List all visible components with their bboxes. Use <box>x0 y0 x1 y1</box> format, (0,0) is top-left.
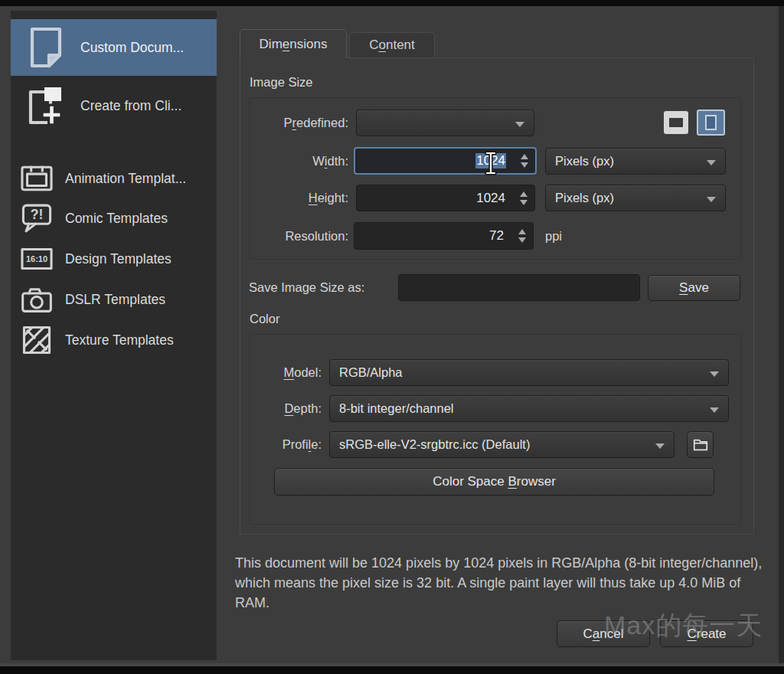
sidebar-item-dslr-templates[interactable]: DSLR Templates <box>11 282 217 317</box>
dslr-templates-icon <box>20 283 54 316</box>
resolution-unit-label: ppi <box>545 222 562 250</box>
screenshot-root: Custom Docum... Create from Cli... Anima… <box>0 0 784 674</box>
width-value: 1024 <box>475 153 506 168</box>
cancel-button[interactable]: Cancel <box>557 620 650 647</box>
svg-text:16:10: 16:10 <box>26 254 47 263</box>
landscape-orientation-button[interactable] <box>664 111 688 134</box>
tab-content[interactable]: Content <box>349 32 435 57</box>
profile-folder-button[interactable] <box>687 431 714 458</box>
folder-icon <box>692 437 709 452</box>
model-label: Model: <box>230 359 322 386</box>
dropdown-arrow-icon <box>515 122 524 127</box>
dropdown-arrow-icon <box>707 160 716 165</box>
spin-down-button[interactable] <box>518 237 526 243</box>
profile-combobox[interactable]: sRGB-elle-V2-srgbtrc.icc (Default) <box>329 431 675 458</box>
create-button-label: Create <box>687 627 726 642</box>
sidebar-item-label: Animation Templat... <box>65 171 186 187</box>
profile-value: sRGB-elle-V2-srgbtrc.icc (Default) <box>339 437 530 452</box>
sidebar-item-label: Custom Docum... <box>80 40 184 56</box>
height-value: 1024 <box>476 191 505 206</box>
animation-templates-icon <box>20 162 54 195</box>
sidebar-item-label: Design Templates <box>65 251 172 267</box>
window-bottom-edge <box>0 663 784 666</box>
texture-templates-icon <box>20 324 54 356</box>
depth-value: 8-bit integer/channel <box>339 401 454 416</box>
landscape-orientation-icon <box>669 118 683 127</box>
dropdown-arrow-icon <box>707 197 716 202</box>
spin-down-button[interactable] <box>521 162 528 168</box>
spin-up-button[interactable] <box>520 191 528 197</box>
sidebar-item-label: DSLR Templates <box>65 292 165 308</box>
save-image-size-field[interactable] <box>398 274 640 301</box>
model-value: RGB/Alpha <box>339 365 403 380</box>
portrait-orientation-button[interactable] <box>697 110 725 136</box>
resolution-value: 72 <box>489 228 504 244</box>
resolution-spinbox[interactable]: 72 <box>354 222 534 250</box>
height-unit-combobox[interactable]: Pixels (px) <box>545 185 726 211</box>
dropdown-arrow-icon <box>655 443 665 449</box>
spin-down-button[interactable] <box>520 200 528 205</box>
sidebar-item-label: Create from Cli... <box>80 98 181 114</box>
cancel-button-label: Cancel <box>583 627 624 642</box>
sidebar-item-comic-templates[interactable]: ?! Comic Templates <box>11 201 217 236</box>
window-edge-shadow <box>779 6 784 666</box>
spin-up-button[interactable] <box>521 154 528 159</box>
sidebar-item-animation-templates[interactable]: Animation Templat... <box>11 161 217 196</box>
resolution-label: Resolution: <box>249 222 348 250</box>
svg-text:?!: ?! <box>31 207 44 222</box>
color-space-browser-button[interactable]: Color Space Browser <box>274 468 714 496</box>
template-category-list: Custom Docum... Create from Cli... Anima… <box>11 11 217 660</box>
profile-label: Profile: <box>230 431 322 458</box>
height-label: Height: <box>249 185 348 211</box>
model-combobox[interactable]: RGB/Alpha <box>329 359 729 386</box>
sidebar-item-texture-templates[interactable]: Texture Templates <box>11 322 217 358</box>
sidebar-item-create-from-clipboard[interactable]: Create from Cli... <box>11 77 217 134</box>
document-summary-text: This document will be 1024 pixels by 102… <box>235 553 766 613</box>
save-button[interactable]: Save <box>648 275 740 301</box>
tab-content-label: Content <box>369 38 415 53</box>
custom-document-icon <box>24 25 67 70</box>
depth-combobox[interactable]: 8-bit integer/channel <box>329 395 729 422</box>
width-label: Width: <box>249 147 348 175</box>
predefined-label: Predefined: <box>249 110 348 136</box>
dropdown-arrow-icon <box>710 371 719 377</box>
color-heading: Color <box>250 312 279 326</box>
sidebar-item-label: Comic Templates <box>65 211 168 227</box>
tab-dimensions-label: Dimensions <box>260 37 328 52</box>
image-size-heading: Image Size <box>250 75 313 90</box>
predefined-combobox[interactable] <box>356 110 534 136</box>
save-image-size-label: Save Image Size as: <box>249 274 364 301</box>
create-from-clipboard-icon <box>24 83 67 129</box>
save-button-label: Save <box>679 280 709 296</box>
portrait-orientation-icon <box>705 115 717 130</box>
sidebar-item-custom-document[interactable]: Custom Docum... <box>11 19 217 76</box>
height-unit-value: Pixels (px) <box>555 191 614 205</box>
new-document-dialog: Custom Docum... Create from Cli... Anima… <box>0 6 779 663</box>
sidebar-item-design-templates[interactable]: 16:10 Design Templates <box>11 241 217 276</box>
width-unit-value: Pixels (px) <box>555 154 614 168</box>
depth-label: Depth: <box>230 395 322 422</box>
width-unit-combobox[interactable]: Pixels (px) <box>545 148 726 175</box>
tab-dimensions[interactable]: Dimensions <box>240 29 347 58</box>
dropdown-arrow-icon <box>710 407 719 413</box>
spin-up-button[interactable] <box>518 229 526 234</box>
design-templates-icon: 16:10 <box>20 243 54 275</box>
height-spinbox[interactable]: 1024 <box>356 185 535 211</box>
color-space-browser-label: Color Space Browser <box>433 474 556 489</box>
sidebar-item-label: Texture Templates <box>65 332 174 348</box>
comic-templates-icon: ?! <box>20 202 54 234</box>
width-spinbox[interactable]: 1024 <box>354 147 537 175</box>
create-button[interactable]: Create <box>660 620 753 647</box>
